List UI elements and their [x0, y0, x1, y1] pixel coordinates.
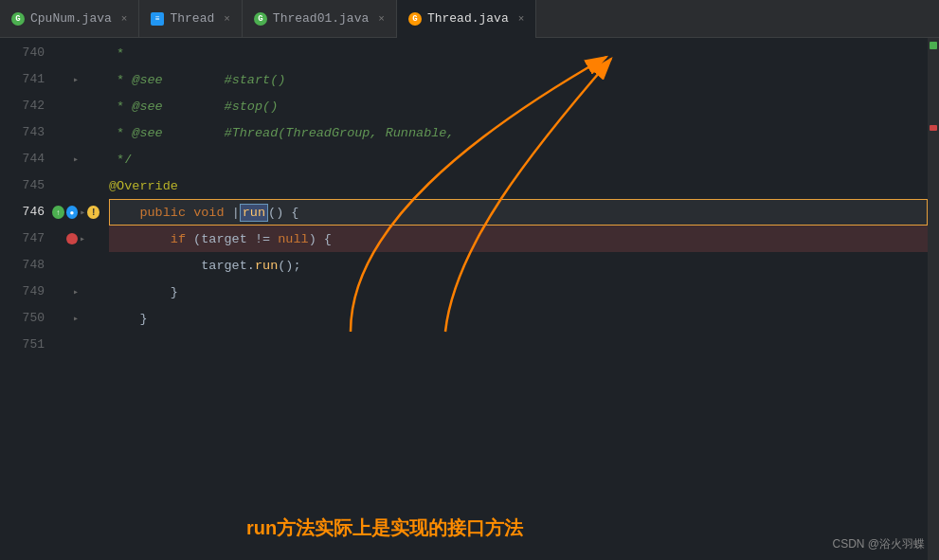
- code-747-brace: ) {: [309, 232, 332, 246]
- code-746-public: public: [139, 206, 186, 220]
- code-742-tag: @see: [132, 99, 162, 114]
- code-748-run: run: [255, 259, 278, 273]
- tab-threadjava[interactable]: G Thread.java ×: [397, 0, 536, 38]
- track-icon-746[interactable]: ●: [66, 206, 79, 219]
- gutter-row-747: ▸: [52, 226, 99, 252]
- line-743: 743: [0, 119, 45, 146]
- code-741-ref: #start(): [225, 73, 286, 87]
- code-line-740: *: [109, 40, 928, 66]
- fold-icon-749[interactable]: ▸: [73, 286, 79, 298]
- line-748: 748: [0, 252, 45, 279]
- line-747: 747: [0, 226, 45, 252]
- tab-close-threadjava[interactable]: ×: [518, 13, 525, 25]
- code-743-ref: #Thread(ThreadGroup, Runnable,: [225, 126, 462, 140]
- tab-icon-threadjava: G: [408, 12, 422, 26]
- tab-icon-thread01: G: [254, 12, 267, 26]
- code-747-spaces: [109, 232, 171, 246]
- gutter-row-744: ▸: [52, 146, 99, 172]
- line-741: 741: [0, 66, 45, 93]
- code-749-content: }: [109, 285, 178, 299]
- code-746-paren: () {: [268, 206, 298, 220]
- gutter-row-750: ▸: [52, 305, 99, 332]
- debug-icon-746[interactable]: ↑: [52, 206, 64, 219]
- code-line-746: public void | run () {: [109, 199, 928, 226]
- annotation-text: run方法实际上是实现的接口方法: [246, 515, 523, 541]
- code-746-run: run: [240, 204, 268, 222]
- line-749: 749: [0, 279, 45, 305]
- tab-thread01[interactable]: G Thread01.java ×: [243, 0, 397, 38]
- gutter-icons: ▸ ▸ ↑ ● ▸ ! ▸ ▸ ▸: [52, 38, 99, 560]
- scroll-indicator-red: [930, 125, 937, 131]
- gutter-row-748: [52, 252, 99, 279]
- code-line-747: if (target != null ) {: [109, 226, 928, 252]
- code-746-void: void: [193, 206, 224, 220]
- code-744-content: */: [109, 153, 132, 167]
- code-746-cursor: |: [232, 206, 240, 220]
- tab-label-thread: Thread: [170, 11, 214, 26]
- code-743-content: *: [109, 126, 132, 140]
- fold-icon-747[interactable]: ▸: [80, 233, 85, 244]
- fold-icon-741[interactable]: ▸: [73, 74, 79, 85]
- watermark: CSDN @浴火羽蝶: [832, 536, 925, 552]
- code-line-744: */: [109, 146, 928, 172]
- fold-icon-750[interactable]: ▸: [73, 313, 79, 324]
- code-748-spaces: [109, 259, 201, 273]
- gutter-row-741: ▸: [52, 66, 99, 93]
- line-750: 750: [0, 305, 45, 332]
- line-number-gutter: 740 741 742 743 744 745 746 747 748 749 …: [0, 38, 52, 560]
- code-line-750: }: [109, 305, 928, 332]
- fold-icon-744[interactable]: ▸: [73, 154, 79, 165]
- code-line-742: * @see #stop(): [109, 93, 928, 119]
- code-746-spaces: [109, 206, 139, 220]
- gutter-row-746: ↑ ● ▸ !: [52, 199, 99, 226]
- line-745: 745: [0, 172, 45, 199]
- code-748-semi: ();: [278, 259, 300, 273]
- tab-thread[interactable]: ≡ Thread ×: [139, 0, 242, 38]
- code-742-content: *: [109, 99, 132, 114]
- code-740-content: *: [109, 46, 124, 61]
- line-751: 751: [0, 332, 45, 358]
- code-745-annotation: @Override: [109, 179, 178, 193]
- gutter-row-745: [52, 172, 99, 199]
- tab-close-cpunum[interactable]: ×: [121, 13, 128, 25]
- tab-cpunum[interactable]: G CpuNum.java ×: [0, 0, 139, 38]
- code-line-748: target. run ();: [109, 252, 928, 279]
- gutter-row-740: [52, 40, 99, 66]
- code-741-space: [163, 73, 225, 87]
- gutter-row-751: [52, 332, 99, 358]
- code-741-tag: @see: [132, 73, 162, 87]
- tab-icon-thread: ≡: [151, 12, 164, 26]
- tab-label-thread01: Thread01.java: [273, 11, 369, 26]
- code-line-745: @Override: [109, 172, 928, 199]
- code-747-null: null: [278, 232, 308, 246]
- tab-bar: G CpuNum.java × ≡ Thread × G Thread01.ja…: [0, 0, 939, 38]
- code-line-749: }: [109, 279, 928, 305]
- gutter-row-749: ▸: [52, 279, 99, 305]
- line-742: 742: [0, 93, 45, 119]
- breakpoint-747[interactable]: [66, 233, 78, 244]
- right-scroll-bar: [928, 38, 939, 560]
- tab-label-threadjava: Thread.java: [427, 11, 509, 26]
- warn-icon-746[interactable]: !: [87, 206, 99, 219]
- code-line-743: * @see #Thread(ThreadGroup, Runnable,: [109, 119, 928, 146]
- code-743-tag: @see: [132, 126, 162, 140]
- code-area: * * @see #start() * @see #stop() * @see …: [99, 38, 928, 560]
- code-746-sp1: [186, 206, 193, 220]
- tab-label-cpunum: CpuNum.java: [30, 11, 112, 26]
- fold-icon-746[interactable]: ▸: [80, 207, 85, 218]
- editor-container: 740 741 742 743 744 745 746 747 748 749 …: [0, 38, 939, 560]
- line-744: 744: [0, 146, 45, 172]
- line-746: 746: [0, 199, 45, 226]
- code-748-target: target.: [201, 259, 255, 273]
- code-746-sp2: [225, 206, 232, 220]
- code-741-content: *: [109, 73, 132, 87]
- code-line-751: [109, 332, 928, 358]
- tab-icon-cpunum: G: [11, 12, 25, 26]
- code-line-741: * @see #start(): [109, 66, 928, 93]
- tab-close-thread01[interactable]: ×: [378, 13, 385, 25]
- tab-close-thread[interactable]: ×: [224, 13, 230, 25]
- code-747-content: (target !=: [186, 232, 278, 246]
- gutter-row-742: [52, 93, 99, 119]
- code-742-ref: #stop(): [225, 99, 279, 114]
- scroll-indicator-green: [930, 42, 937, 49]
